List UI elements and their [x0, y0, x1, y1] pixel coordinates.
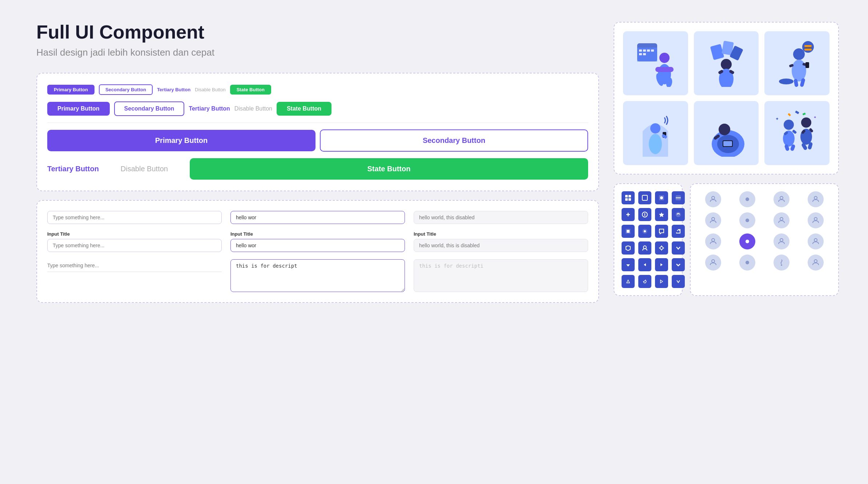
- state-button-medium[interactable]: State Button: [277, 102, 331, 116]
- disable-button-large: Disable Button: [121, 159, 168, 179]
- svg-point-75: [643, 246, 646, 249]
- input-field-4[interactable]: [47, 239, 222, 252]
- icon-cell: [638, 275, 651, 288]
- disable-button-medium: Disable Button: [234, 102, 272, 115]
- icon-cell: [672, 208, 685, 221]
- button-row-large-top: Primary Button Secondary Button: [47, 129, 588, 152]
- primary-button-medium[interactable]: Primary Button: [47, 102, 110, 116]
- illus-cell-4: [623, 101, 688, 165]
- svg-point-84: [814, 217, 817, 220]
- icon-cell: [622, 191, 635, 204]
- svg-rect-22: [804, 47, 812, 48]
- icon-cell: [638, 208, 651, 221]
- svg-rect-44: [788, 113, 791, 116]
- secondary-button-large[interactable]: Secondary Button: [320, 129, 588, 152]
- svg-point-81: [712, 217, 715, 220]
- svg-point-24: [779, 79, 793, 84]
- input-group-9: this is for descripti: [414, 259, 588, 292]
- state-button-large[interactable]: State Button: [190, 158, 588, 180]
- icon-cell: [655, 275, 668, 288]
- input-field-2-active[interactable]: [230, 211, 405, 224]
- svg-rect-72: [627, 230, 630, 233]
- avatar-item: [800, 255, 831, 271]
- svg-rect-5: [651, 49, 654, 52]
- svg-point-80: [814, 196, 817, 199]
- avatar-circle: [705, 233, 721, 249]
- input-label-6: Input Title: [414, 231, 588, 237]
- svg-point-83: [780, 217, 783, 220]
- input-field-5-active[interactable]: [230, 239, 405, 252]
- secondary-button-small[interactable]: Secondary Button: [99, 84, 153, 95]
- avatar-circle: [705, 255, 721, 271]
- avatar-circle: [808, 191, 824, 207]
- input-field-1[interactable]: [47, 211, 222, 224]
- avatar-circle: [773, 255, 789, 271]
- page-subtitle: Hasil design jadi lebih konsisten dan ce…: [36, 47, 599, 58]
- card-divider: [47, 123, 588, 123]
- svg-point-51: [801, 117, 811, 128]
- input-label-5: Input Title: [230, 231, 405, 237]
- avatar-circle: [808, 212, 824, 228]
- input-group-4: Input Title: [47, 231, 222, 252]
- input-group-6: Input Title: [414, 231, 588, 252]
- illus-person-documents: [704, 40, 748, 87]
- svg-point-65: [660, 196, 663, 199]
- svg-point-91: [781, 264, 782, 266]
- input-field-7-underline[interactable]: [47, 259, 222, 272]
- icon-cell: [638, 241, 651, 255]
- svg-rect-60: [628, 195, 631, 197]
- svg-point-86: [746, 240, 749, 243]
- secondary-button-medium[interactable]: Secondary Button: [114, 101, 185, 116]
- icon-cell: [655, 208, 668, 221]
- svg-point-78: [746, 197, 749, 201]
- svg-point-16: [721, 59, 732, 70]
- avatar-circle: [739, 191, 755, 207]
- illus-cell-2: [694, 31, 759, 95]
- icon-cell: [655, 225, 668, 238]
- illus-people-celebrating: ✦ ✦: [773, 109, 821, 157]
- icon-cell: [655, 258, 668, 271]
- primary-button-large[interactable]: Primary Button: [47, 130, 316, 151]
- illustration-card: ✦ ✦: [614, 22, 839, 175]
- svg-point-77: [712, 196, 715, 199]
- avatar-circle: [739, 255, 755, 271]
- svg-point-25: [793, 48, 805, 60]
- icon-cell: [672, 191, 685, 204]
- avatar-item: [698, 233, 728, 249]
- svg-point-26: [792, 60, 806, 81]
- primary-button-small[interactable]: Primary Button: [47, 85, 95, 95]
- input-component-card: Input Title Input Title Input Title this…: [36, 200, 599, 303]
- svg-rect-7: [643, 53, 646, 55]
- state-button-small[interactable]: State Button: [230, 85, 271, 95]
- avatar-circle: [773, 212, 789, 228]
- svg-rect-4: [647, 49, 650, 52]
- input-grid: Input Title Input Title Input Title this…: [47, 211, 588, 292]
- icon-cell: [622, 258, 635, 271]
- icon-cell: [622, 208, 635, 221]
- illus-cell-1: [623, 31, 688, 95]
- avatar-circle: [705, 191, 721, 207]
- tertiary-button-large[interactable]: Tertiary Button: [47, 159, 99, 179]
- icon-cell: [638, 258, 651, 271]
- svg-rect-10: [655, 67, 674, 72]
- illus-cell-6: ✦ ✦: [764, 101, 829, 165]
- avatar-item: [766, 233, 797, 249]
- avatar-item: [732, 255, 763, 271]
- svg-rect-63: [642, 195, 647, 200]
- button-row-small: Primary Button Secondary Button Tertiary…: [47, 84, 588, 95]
- tertiary-button-medium[interactable]: Tertiary Button: [189, 102, 230, 115]
- tertiary-button-small[interactable]: Tertiary Button: [157, 85, 190, 94]
- svg-point-37: [719, 124, 730, 135]
- svg-point-82: [746, 219, 749, 222]
- icon-cell: [672, 258, 685, 271]
- svg-point-90: [746, 261, 749, 264]
- svg-point-85: [712, 239, 715, 241]
- icon-cell: [638, 225, 651, 238]
- avatar-grid-card: [690, 183, 839, 296]
- input-group-3: [414, 211, 588, 224]
- svg-rect-21: [804, 45, 812, 47]
- illus-person-phone-arch: [634, 109, 677, 157]
- textarea-8-active[interactable]: this is for descript: [230, 259, 405, 292]
- svg-rect-2: [639, 49, 642, 52]
- avatar-item: [800, 191, 831, 207]
